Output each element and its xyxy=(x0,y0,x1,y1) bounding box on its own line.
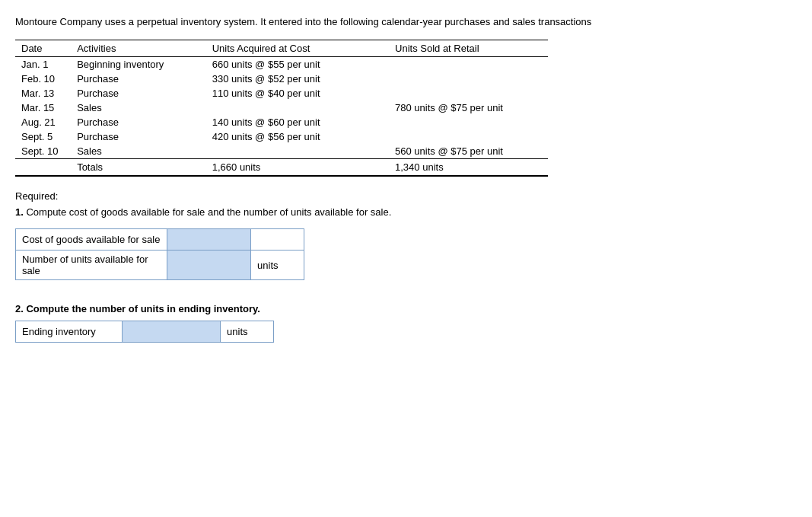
row-date: Mar. 15 xyxy=(15,101,71,115)
q1-row-units: Number of units available for sale units xyxy=(16,251,304,280)
q1-cost-units xyxy=(251,229,304,251)
table-row: Feb. 10 Purchase 330 units @ $52 per uni… xyxy=(15,72,548,86)
row-activity: Beginning inventory xyxy=(71,57,206,72)
question1-text: 1. Compute cost of goods available for s… xyxy=(15,206,797,218)
q1-cost-label: Cost of goods available for sale xyxy=(16,229,167,251)
row-sold xyxy=(389,57,548,72)
q2-ending-units: units xyxy=(221,321,274,343)
q2-row-ending: Ending inventory units xyxy=(16,321,274,343)
totals-label: Totals xyxy=(71,159,206,177)
row-acquired: 660 units @ $55 per unit xyxy=(206,57,389,72)
q1-units-input[interactable] xyxy=(174,260,244,271)
row-acquired xyxy=(206,101,389,115)
row-date: Aug. 21 xyxy=(15,115,71,129)
q2-answer-table: Ending inventory units xyxy=(15,321,274,343)
q1-units-label: Number of units available for sale xyxy=(16,251,167,280)
row-activity: Purchase xyxy=(71,129,206,144)
q1-units-input-cell[interactable] xyxy=(167,251,251,280)
row-sold xyxy=(389,115,548,129)
row-activity: Purchase xyxy=(71,86,206,101)
q2-ending-input-cell[interactable] xyxy=(122,321,220,343)
row-acquired: 110 units @ $40 per unit xyxy=(206,86,389,101)
row-acquired: 140 units @ $60 per unit xyxy=(206,115,389,129)
q1-units-suffix: units xyxy=(251,251,304,280)
header-acquired: Units Acquired at Cost xyxy=(206,40,389,57)
row-sold xyxy=(389,72,548,86)
table-row: Aug. 21 Purchase 140 units @ $60 per uni… xyxy=(15,115,548,129)
row-date: Sept. 5 xyxy=(15,129,71,144)
row-sold: 780 units @ $75 per unit xyxy=(389,101,548,115)
q1-cost-input-cell[interactable] xyxy=(167,229,251,251)
totals-sold: 1,340 units xyxy=(389,159,548,177)
q2-ending-input[interactable] xyxy=(129,326,214,337)
q1-cost-input[interactable] xyxy=(174,234,244,245)
table-row: Sept. 5 Purchase 420 units @ $56 per uni… xyxy=(15,129,548,144)
row-activity: Purchase xyxy=(71,115,206,129)
intro-text: Montoure Company uses a perpetual invent… xyxy=(15,15,797,29)
question2-text: 2. Compute the number of units in ending… xyxy=(15,303,797,314)
q2-ending-label: Ending inventory xyxy=(16,321,123,343)
table-row: Mar. 13 Purchase 110 units @ $40 per uni… xyxy=(15,86,548,101)
row-activity: Purchase xyxy=(71,72,206,86)
header-activities: Activities xyxy=(71,40,206,57)
required-section: Required: 1. Compute cost of goods avail… xyxy=(15,190,797,280)
row-sold xyxy=(389,129,548,144)
row-activity: Sales xyxy=(71,101,206,115)
table-row: Mar. 15 Sales 780 units @ $75 per unit xyxy=(15,101,548,115)
row-activity: Sales xyxy=(71,144,206,159)
row-date: Mar. 13 xyxy=(15,86,71,101)
required-heading: Required: xyxy=(15,190,797,202)
header-sold: Units Sold at Retail xyxy=(389,40,548,57)
row-date: Jan. 1 xyxy=(15,57,71,72)
row-acquired: 420 units @ $56 per unit xyxy=(206,129,389,144)
section2: 2. Compute the number of units in ending… xyxy=(15,303,797,343)
row-date: Sept. 10 xyxy=(15,144,71,159)
header-date: Date xyxy=(15,40,71,57)
q1-answer-table: Cost of goods available for sale Number … xyxy=(15,228,304,280)
row-sold xyxy=(389,86,548,101)
row-sold: 560 units @ $75 per unit xyxy=(389,144,548,159)
row-acquired: 330 units @ $52 per unit xyxy=(206,72,389,86)
transactions-table: Date Activities Units Acquired at Cost U… xyxy=(15,40,548,177)
table-row: Sept. 10 Sales 560 units @ $75 per unit xyxy=(15,144,548,159)
row-acquired xyxy=(206,144,389,159)
q1-row-cost: Cost of goods available for sale xyxy=(16,229,304,251)
totals-date xyxy=(15,159,71,177)
table-row: Jan. 1 Beginning inventory 660 units @ $… xyxy=(15,57,548,72)
totals-acquired: 1,660 units xyxy=(206,159,389,177)
totals-row: Totals 1,660 units 1,340 units xyxy=(15,159,548,177)
row-date: Feb. 10 xyxy=(15,72,71,86)
